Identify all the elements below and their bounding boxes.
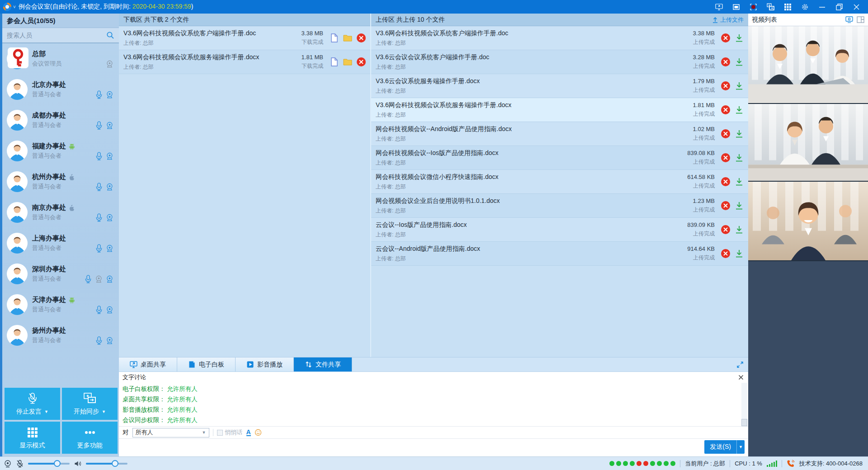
delete-file-icon[interactable] [721,225,730,234]
download-file-icon[interactable] [735,105,744,114]
whisper-checkbox[interactable] [217,430,223,436]
whisper-option[interactable]: 悄悄话 [217,428,243,437]
settings-gear-icon[interactable] [799,1,810,13]
expand-panel-icon[interactable] [736,357,748,371]
delete-file-icon[interactable] [721,177,730,186]
upload-file-row[interactable]: 网会科技视频会议--Android版产品使用指南.docx 上传者: 总部 1.… [371,122,748,146]
upload-file-row[interactable]: 网会视频会议企业后台使用说明书1.0.1.docx 上传者: 总部 1.23 M… [371,194,748,218]
video-thumbnail-1[interactable] [748,26,868,104]
search-input[interactable] [7,32,106,39]
open-file-icon[interactable] [330,57,339,66]
delete-file-icon[interactable] [721,153,730,162]
delete-file-icon[interactable] [721,105,730,114]
send-button[interactable]: 发送(S) ▼ [704,440,745,454]
tab-desktop-share[interactable]: 桌面共享 [119,357,177,371]
recipient-select[interactable]: 所有人 ▼ [132,428,209,437]
open-folder-icon[interactable] [343,57,352,66]
stop-speaking-button[interactable]: 停止发言▼ [5,388,60,420]
webcam-icon[interactable] [106,213,113,222]
minimize-button[interactable] [816,1,827,13]
search-icon[interactable] [106,31,114,39]
sync-screens-icon[interactable] [765,1,776,13]
font-style-icon[interactable]: A [246,429,251,436]
open-folder-icon[interactable] [343,33,352,42]
more-functions-button[interactable]: 更多功能 [62,422,118,454]
dropdown-arrow-icon[interactable]: ▼ [44,409,48,414]
upload-file-row[interactable]: 网会科技视频会议--Ios版产品使用指南.docx 上传者: 总部 839.08… [371,146,748,170]
upload-file-row[interactable]: V3.6网会科技视频会议系统客户端操作手册.doc 上传者: 总部 3.38 M… [371,26,748,50]
webcam-icon[interactable] [106,183,113,191]
participant-row[interactable]: 上海办事处 普通与会者 [2,228,119,258]
participant-row[interactable]: 福建办事处 普通与会者 [2,136,119,166]
download-file-row[interactable]: V3.6网会科技视频会议系统服务端操作手册.docx 上传者: 总部 1.81 … [119,50,370,74]
upload-file-row[interactable]: 云会议--Android版产品使用指南.docx 上传者: 总部 914.64 … [371,242,748,266]
close-button[interactable] [851,1,862,13]
window-mode-icon[interactable] [731,1,741,13]
upload-file-row[interactable]: 网会科技视频会议微信小程序快速指南.docx 上传者: 总部 614.58 KB… [371,170,748,194]
webcam-icon[interactable] [106,90,113,99]
video-source-icon[interactable] [845,16,853,23]
participant-row[interactable]: 总部 会议管理员 [2,43,119,74]
close-chat-icon[interactable] [737,374,745,381]
upload-file-row[interactable]: V3.6网会科技视频会议系统服务端操作手册.docx 上传者: 总部 1.81 … [371,98,748,122]
slider-knob[interactable] [112,460,118,467]
webcam-off-icon[interactable] [95,275,103,283]
webcam-icon[interactable] [106,275,113,283]
record-icon[interactable] [748,1,759,13]
microphone-icon[interactable] [95,213,103,222]
microphone-icon[interactable] [85,275,92,283]
participant-search-box[interactable] [2,28,119,43]
microphone-icon[interactable] [95,306,103,314]
download-file-icon[interactable] [735,129,744,138]
participant-row[interactable]: 北京办事处 普通与会者 [2,74,119,105]
chat-scrollbar[interactable] [741,383,747,426]
start-sync-button[interactable]: 开始同步▼ [62,388,118,420]
webcam-icon[interactable] [106,152,113,160]
video-layout-icon[interactable] [857,16,864,23]
mic-volume-slider[interactable] [28,463,70,465]
participant-row[interactable]: 南京办事处 普通与会者 [2,197,119,228]
dropdown-arrow-icon[interactable]: ▼ [102,409,106,414]
download-file-icon[interactable] [735,57,744,66]
participant-row[interactable]: 成都办事处 普通与会者 [2,105,119,136]
delete-file-icon[interactable] [357,33,366,42]
slider-knob[interactable] [54,460,61,467]
upload-file-row[interactable]: V3.6云会议会议系统客户端操作手册.doc 上传者: 总部 3.28 MB 上… [371,50,748,74]
download-file-icon[interactable] [735,153,744,162]
video-thumbnail-3[interactable] [748,182,868,261]
delete-file-icon[interactable] [721,129,730,138]
mic-muted-icon[interactable] [16,460,24,468]
video-thumbnail-2[interactable] [748,104,868,182]
download-file-icon[interactable] [735,177,744,186]
open-file-icon[interactable] [330,33,339,42]
tab-file-share[interactable]: 文件共享 [294,357,352,371]
download-file-icon[interactable] [735,81,744,90]
delete-file-icon[interactable] [721,249,730,258]
restore-button[interactable] [834,1,844,13]
participant-row[interactable]: 扬州办事处 普通与会者 [2,320,119,351]
chat-input-area[interactable]: 发送(S) ▼ [119,439,748,456]
participant-row[interactable]: 杭州办事处 普通与会者 [2,166,119,197]
webcam-off-icon[interactable] [106,60,113,68]
emoji-icon[interactable] [255,429,262,436]
speaker-icon[interactable] [74,460,82,468]
chevron-down-icon[interactable]: ˅ [13,5,16,9]
send-options-arrow[interactable]: ▼ [736,440,745,454]
microphone-icon[interactable] [95,152,103,160]
delete-file-icon[interactable] [721,57,730,66]
webcam-icon[interactable] [106,121,113,130]
delete-file-icon[interactable] [721,33,730,42]
layout-grid-icon[interactable] [782,1,793,13]
display-mode-button[interactable]: 显示模式 [5,422,60,454]
webcam-icon[interactable] [106,244,113,253]
upload-file-row[interactable]: 云会议--Ios版产品使用指南.docx 上传者: 总部 839.09 KB 上… [371,218,748,242]
participant-row[interactable]: 深圳办事处 普通与会者 [2,258,119,289]
upload-file-button[interactable]: 上传文件 [712,16,744,24]
tab-media-play[interactable]: 影音播放 [236,357,294,371]
microphone-icon[interactable] [95,183,103,191]
microphone-icon[interactable] [95,90,103,99]
tab-whiteboard[interactable]: 电子白板 [177,357,236,371]
download-file-icon[interactable] [735,33,744,42]
webcam-icon[interactable] [106,306,113,314]
speaker-volume-slider[interactable] [86,463,127,465]
